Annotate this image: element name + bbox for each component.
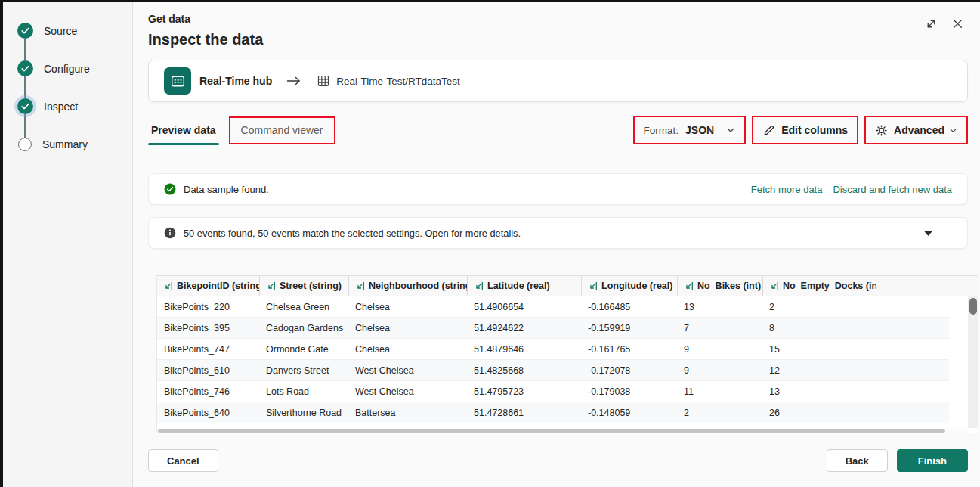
stepper-step-source[interactable]: Source [17, 23, 77, 39]
table-cell: BikePoints_395 [157, 318, 259, 338]
window-frame-top [0, 0, 980, 2]
step-label: Inspect [44, 101, 78, 113]
check-circle-icon [17, 23, 33, 39]
arrow-right-icon [286, 75, 301, 87]
banner-message: 50 events found, 50 events match the sel… [184, 228, 521, 239]
column-type-icon [267, 281, 276, 290]
table-cell: BikePoints_746 [157, 381, 259, 402]
column-type-icon [356, 281, 365, 290]
annotation-box-advanced: Advanced [864, 116, 968, 144]
vertical-scrollbar[interactable] [968, 296, 978, 428]
annotation-box-command-viewer: Command viewer [229, 116, 335, 144]
stepper-step-inspect[interactable]: Inspect [17, 98, 78, 114]
table-cell: 51.4906654 [467, 296, 581, 317]
data-preview-table: BikepointID (string)Street (string)Neigh… [156, 275, 978, 433]
format-dropdown[interactable]: Format: JSON [635, 117, 745, 143]
discard-and-fetch-link[interactable]: Discard and fetch new data [833, 184, 952, 195]
table-cell: BikePoints_640 [157, 402, 259, 423]
check-circle-icon [17, 60, 33, 76]
column-type-icon [685, 281, 694, 290]
table-cell: 12 [762, 360, 876, 380]
table-cell: West Chelsea [348, 381, 467, 402]
real-time-hub-icon [164, 67, 191, 95]
column-header-label: No_Bikes (int) [697, 281, 761, 291]
step-label: Configure [44, 63, 90, 75]
table-row[interactable]: BikePoints_395Cadogan GardensChelsea51.4… [157, 318, 949, 339]
advanced-dropdown[interactable]: Advanced [866, 117, 966, 143]
table-cell: -0.148059 [581, 402, 677, 423]
finish-button[interactable]: Finish [897, 449, 968, 472]
table-cell: BikePoints_747 [157, 339, 259, 359]
table-cell: Chelsea Green [259, 296, 348, 317]
column-header[interactable]: BikepointID (string) [157, 276, 259, 296]
annotation-box-format: Format: JSON [633, 116, 747, 144]
edit-columns-button[interactable]: Edit columns [753, 117, 857, 143]
table-cell: BikePoints_610 [157, 360, 259, 380]
column-header[interactable]: Street (string) [259, 276, 348, 296]
table-cell: Chelsea [348, 296, 467, 317]
table-row[interactable]: BikePoints_610Danvers StreetWest Chelsea… [157, 360, 949, 381]
check-circle-icon [17, 98, 33, 114]
gear-icon [875, 124, 888, 137]
table-cell: Chelsea [348, 318, 467, 338]
stepper-step-configure[interactable]: Configure [17, 60, 90, 76]
column-header-label: BikepointID (string) [177, 281, 259, 291]
step-label: Summary [42, 138, 88, 150]
tab-command-viewer[interactable]: Command viewer [241, 124, 323, 136]
tab-preview-data[interactable]: Preview data [148, 115, 219, 145]
close-icon[interactable] [950, 16, 965, 31]
wizard-name: Get data [148, 13, 263, 26]
table-cell: West Chelsea [348, 360, 467, 380]
table-cell: 26 [762, 402, 876, 423]
table-cell: 9 [677, 339, 762, 359]
table-cell: -0.172078 [581, 360, 677, 380]
source-name: Real-Time hub [199, 75, 272, 87]
expand-details-caret[interactable] [923, 229, 934, 237]
table-cell: 9 [677, 360, 762, 380]
table-cell: 51.4825668 [467, 360, 581, 380]
table-row[interactable]: BikePoints_640Silverthorne RoadBattersea… [157, 402, 949, 423]
column-type-icon [164, 281, 173, 290]
info-icon [164, 227, 176, 239]
fetch-more-data-link[interactable]: Fetch more data [751, 184, 823, 195]
table-cell: Battersea [348, 402, 467, 423]
table-cell: 11 [677, 381, 762, 402]
source-destination-card: Real-Time hub Real-Time-Test/RTdataTest [148, 60, 968, 102]
table-cell: Chelsea [348, 339, 467, 359]
horizontal-scrollbar[interactable] [157, 428, 968, 433]
table-row[interactable]: BikePoints_747Ormonde GateChelsea51.4879… [157, 339, 949, 360]
expand-icon[interactable] [923, 16, 938, 31]
column-header[interactable]: Longitude (real) [581, 276, 677, 296]
vertical-scrollbar-thumb[interactable] [969, 298, 977, 315]
main-panel: Get data Inspect the data Real-Time hub [134, 0, 980, 487]
horizontal-scrollbar-thumb[interactable] [158, 429, 945, 433]
stepper-step-summary[interactable]: Summary [17, 136, 88, 152]
back-button[interactable]: Back [827, 449, 888, 472]
column-header[interactable]: Neighbourhood (string) [348, 276, 467, 296]
success-check-icon [164, 183, 176, 195]
get-data-wizard: Source Configure Inspect Summary Get dat… [0, 0, 980, 487]
table-row[interactable]: BikePoints_220Chelsea GreenChelsea51.490… [157, 296, 949, 318]
table-cell: 51.4924622 [467, 318, 581, 338]
column-header[interactable]: No_Bikes (int) [677, 276, 762, 296]
table-cell: Cadogan Gardens [259, 318, 348, 338]
column-header[interactable]: No_Empty_Docks (int) [762, 276, 876, 296]
table-header-row: BikepointID (string)Street (string)Neigh… [157, 275, 978, 296]
data-sample-banner: Data sample found. Fetch more data Disca… [148, 173, 968, 205]
table-cell: BikePoints_220 [157, 296, 259, 317]
table-cell: -0.166485 [581, 296, 677, 317]
chevron-down-icon [949, 126, 957, 135]
table-row[interactable]: BikePoints_746Lots RoadWest Chelsea51.47… [157, 381, 949, 402]
table-cell: 51.4728661 [467, 402, 581, 423]
table-cell: 7 [677, 318, 762, 338]
cancel-button[interactable]: Cancel [148, 449, 218, 472]
banner-message: Data sample found. [184, 184, 269, 195]
column-header[interactable]: Latitude (real) [467, 276, 581, 296]
column-header-label: Longitude (real) [601, 281, 672, 291]
column-header-label: Latitude (real) [487, 281, 550, 291]
table-grid-icon [317, 74, 330, 88]
table-cell: Silverthorne Road [259, 402, 348, 423]
column-type-icon [770, 281, 779, 290]
events-info-banner: 50 events found, 50 events match the sel… [148, 217, 968, 249]
table-cell: 2 [762, 296, 876, 317]
